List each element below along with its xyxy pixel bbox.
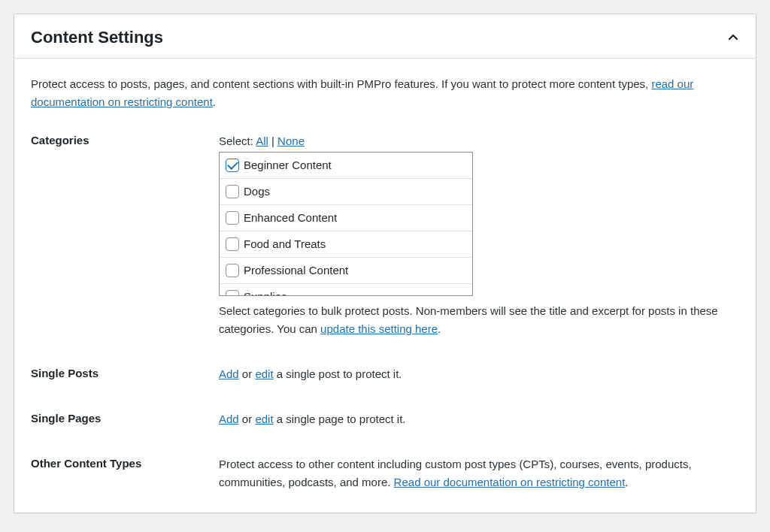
category-item[interactable]: Enhanced Content [220,205,472,231]
content-settings-panel: Content Settings Protect access to posts… [14,14,756,513]
categories-select-line: Select: All | None [219,132,739,150]
category-item[interactable]: Dogs [220,179,472,205]
category-checkbox[interactable] [226,290,239,296]
categories-helper: Select categories to bulk protect posts.… [219,302,739,338]
single-pages-tail: a single page to protect it. [274,413,406,425]
categories-listbox[interactable]: Beginner ContentDogsEnhanced ContentFood… [219,152,473,296]
select-all-link[interactable]: All [256,135,268,147]
category-item[interactable]: Food and Treats [220,231,472,258]
categories-helper-after: . [438,322,441,335]
other-content-text: Protect access to other content includin… [219,455,739,491]
category-label: Professional Content [244,261,348,280]
single-posts-edit-link[interactable]: edit [255,367,273,380]
single-pages-mid: or [239,413,256,425]
single-posts-add-link[interactable]: Add [219,367,239,380]
category-label: Dogs [244,183,270,201]
other-content-label: Other Content Types [31,455,219,491]
panel-body: Protect access to posts, pages, and cont… [14,59,756,512]
single-pages-edit-link[interactable]: edit [255,413,273,425]
intro-text: Protect access to posts, pages, and cont… [31,75,739,111]
category-label: Enhanced Content [244,209,337,227]
categories-helper-before: Select categories to bulk protect posts.… [219,304,718,335]
category-checkbox[interactable] [226,237,239,251]
category-item[interactable]: Supplies [220,284,472,296]
intro-after: . [213,95,216,108]
single-posts-mid: or [239,367,256,380]
select-prefix: Select: [219,135,256,147]
category-checkbox[interactable] [226,264,239,277]
select-sep: | [268,135,277,147]
category-checkbox[interactable] [226,159,239,172]
category-label: Beginner Content [244,156,332,174]
category-item[interactable]: Beginner Content [220,153,472,179]
panel-title: Content Settings [31,28,163,47]
other-content-row: Other Content Types Protect access to ot… [31,455,739,491]
select-none-link[interactable]: None [277,135,305,147]
single-pages-row: Single Pages Add or edit a single page t… [31,410,739,428]
other-doc-link[interactable]: Read our documentation on restricting co… [394,476,626,488]
single-posts-content: Add or edit a single post to protect it. [219,365,739,383]
category-checkbox[interactable] [226,185,239,198]
single-pages-label: Single Pages [31,410,219,428]
single-posts-row: Single Posts Add or edit a single post t… [31,365,739,383]
categories-row: Categories Select: All | None Beginner C… [31,132,739,338]
single-posts-label: Single Posts [31,365,219,383]
single-pages-content: Add or edit a single page to protect it. [219,410,739,428]
category-item[interactable]: Professional Content [220,258,472,284]
category-label: Supplies [244,288,287,296]
single-pages-add-link[interactable]: Add [219,413,239,425]
chevron-up-icon [727,32,739,44]
other-after: . [625,476,628,488]
category-label: Food and Treats [244,235,326,253]
categories-content: Select: All | None Beginner ContentDogsE… [219,132,739,338]
category-checkbox[interactable] [226,211,239,225]
categories-helper-link[interactable]: update this setting here [320,322,438,335]
categories-label: Categories [31,132,219,338]
single-posts-tail: a single post to protect it. [274,367,402,380]
intro-before: Protect access to posts, pages, and cont… [31,77,651,90]
panel-header[interactable]: Content Settings [14,14,756,59]
